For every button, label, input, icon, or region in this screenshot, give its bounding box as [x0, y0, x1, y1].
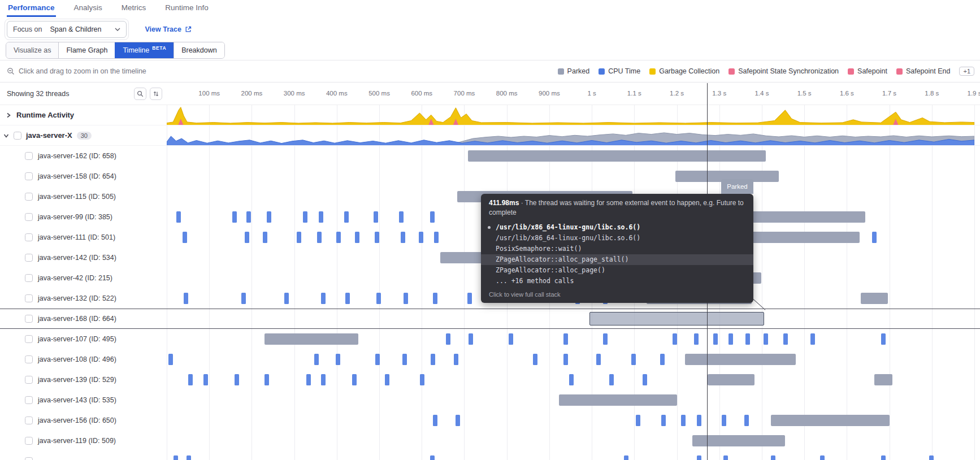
parked-bar[interactable]	[685, 354, 796, 365]
cpu-tick[interactable]	[404, 293, 408, 304]
cpu-tick[interactable]	[729, 333, 733, 345]
cpu-tick[interactable]	[872, 232, 877, 243]
cpu-tick[interactable]	[433, 415, 437, 426]
cpu-tick[interactable]	[881, 333, 886, 345]
thread-track[interactable]	[167, 146, 980, 166]
cpu-tick[interactable]	[321, 293, 326, 304]
thread-checkbox[interactable]	[25, 315, 33, 323]
thread-track[interactable]	[167, 431, 980, 451]
legend-item-safepoint-state-synchronization[interactable]: Safepoint State Synchronization	[729, 67, 839, 75]
thread-track[interactable]	[167, 390, 980, 410]
cpu-tick[interactable]	[603, 333, 608, 345]
cpu-tick[interactable]	[673, 333, 677, 345]
parked-bar[interactable]	[440, 252, 484, 263]
cpu-tick[interactable]	[168, 354, 173, 365]
cpu-tick[interactable]	[771, 455, 775, 460]
cpu-tick[interactable]	[433, 293, 437, 304]
thread-checkbox[interactable]	[25, 152, 33, 160]
cpu-tick[interactable]	[385, 374, 389, 385]
cpu-tick[interactable]	[636, 415, 640, 426]
viz-option-breakdown[interactable]: Breakdown	[174, 42, 224, 58]
cpu-tick[interactable]	[434, 232, 439, 243]
runtime-activity-track[interactable]	[167, 105, 980, 125]
thread-checkbox[interactable]	[25, 274, 33, 282]
cpu-tick[interactable]	[402, 354, 407, 365]
cpu-tick[interactable]	[352, 374, 357, 385]
legend-item-parked[interactable]: Parked	[558, 67, 590, 75]
parked-bar[interactable]	[874, 374, 892, 385]
view-trace-link[interactable]: View Trace	[145, 25, 191, 33]
cpu-tick[interactable]	[745, 333, 750, 345]
thread-track[interactable]	[167, 451, 980, 460]
tab-runtime-info[interactable]: Runtime Info	[164, 0, 210, 17]
cpu-tick[interactable]	[263, 232, 267, 243]
cpu-tick[interactable]	[306, 374, 311, 385]
cpu-tick[interactable]	[723, 455, 728, 460]
parked-bar[interactable]	[861, 293, 888, 304]
cpu-tick[interactable]	[355, 232, 359, 243]
cpu-tick[interactable]	[232, 211, 237, 223]
tab-analysis[interactable]: Analysis	[73, 0, 103, 17]
chevron-right-icon[interactable]	[6, 112, 11, 118]
cpu-tick[interactable]	[319, 211, 323, 223]
cpu-tick[interactable]	[596, 354, 601, 365]
cpu-tick[interactable]	[661, 415, 666, 426]
cpu-tick[interactable]	[235, 374, 239, 385]
parked-bar[interactable]	[264, 333, 358, 345]
cpu-tick[interactable]	[609, 374, 614, 385]
cpu-tick[interactable]	[467, 293, 472, 304]
thread-checkbox[interactable]	[25, 254, 33, 262]
cpu-tick[interactable]	[533, 354, 537, 365]
thread-checkbox[interactable]	[25, 294, 33, 302]
thread-checkbox[interactable]	[25, 376, 33, 384]
cpu-tick[interactable]	[697, 455, 701, 460]
cpu-tick[interactable]	[563, 333, 568, 345]
cpu-tick[interactable]	[454, 354, 458, 365]
cpu-tick[interactable]	[375, 354, 380, 365]
thread-track[interactable]	[167, 166, 980, 186]
cpu-tick[interactable]	[317, 232, 322, 243]
tab-performance[interactable]: Performance	[7, 0, 56, 17]
cpu-tick[interactable]	[184, 293, 188, 304]
thread-track[interactable]	[167, 370, 980, 390]
cpu-tick[interactable]	[336, 232, 341, 243]
cpu-tick[interactable]	[783, 333, 788, 345]
cpu-tick[interactable]	[694, 333, 699, 345]
cpu-tick[interactable]	[344, 211, 349, 223]
thread-checkbox[interactable]	[25, 233, 33, 241]
parked-bar[interactable]	[468, 150, 765, 162]
thread-checkbox[interactable]	[25, 213, 33, 221]
cpu-tick[interactable]	[303, 211, 307, 223]
cpu-tick[interactable]	[643, 374, 647, 385]
cpu-tick[interactable]	[697, 415, 701, 426]
cpu-tick[interactable]	[420, 374, 424, 385]
sort-threads-button[interactable]	[150, 88, 162, 100]
cpu-tick[interactable]	[713, 333, 718, 345]
tab-metrics[interactable]: Metrics	[120, 0, 148, 17]
thread-checkbox[interactable]	[25, 355, 33, 363]
selected-parked-bar[interactable]	[589, 312, 765, 326]
cpu-tick[interactable]	[631, 354, 636, 365]
cpu-tick[interactable]	[345, 293, 350, 304]
thread-track[interactable]	[167, 410, 980, 431]
chevron-down-icon[interactable]	[3, 133, 9, 138]
cpu-tick[interactable]	[929, 455, 934, 460]
cpu-tick[interactable]	[681, 415, 686, 426]
cpu-tick[interactable]	[820, 455, 825, 460]
thread-checkbox[interactable]	[25, 396, 33, 404]
thread-group-checkbox[interactable]	[14, 132, 21, 140]
thread-checkbox[interactable]	[25, 172, 33, 180]
cpu-tick[interactable]	[722, 415, 726, 426]
cpu-tick[interactable]	[430, 211, 435, 223]
cpu-tick[interactable]	[660, 354, 665, 365]
legend-item-garbage-collection[interactable]: Garbage Collection	[649, 67, 719, 75]
thread-checkbox[interactable]	[25, 335, 33, 343]
cpu-tick[interactable]	[764, 333, 768, 345]
cpu-tick[interactable]	[188, 374, 193, 385]
cpu-tick[interactable]	[314, 354, 319, 365]
viz-option-flame-graph[interactable]: Flame Graph	[58, 42, 115, 58]
cpu-tick[interactable]	[264, 374, 269, 385]
cpu-tick[interactable]	[569, 374, 574, 385]
thread-track[interactable]	[167, 329, 980, 349]
cpu-tick[interactable]	[563, 354, 568, 365]
